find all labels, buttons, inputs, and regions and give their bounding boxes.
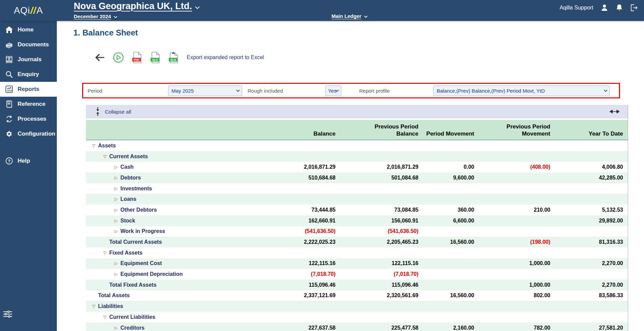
svg-text:XLS: XLS <box>152 58 158 62</box>
export-pdf-button[interactable]: PDF <box>132 52 142 63</box>
collapse-row-icon[interactable]: ▽ <box>89 304 98 309</box>
sidebar-item-reports[interactable]: Reports <box>0 82 57 97</box>
row-label[interactable]: Assets <box>98 143 116 149</box>
sidebar-item-processes[interactable]: Processes <box>0 112 57 126</box>
cell-value: 9,600.00 <box>423 175 479 181</box>
user-profile-icon[interactable] <box>600 3 609 12</box>
expand-row-icon[interactable]: ▷ <box>112 272 120 277</box>
enquiry-icon <box>5 71 13 78</box>
aqilla-logo[interactable]: AQi//A <box>0 0 57 21</box>
notifications-bell-icon[interactable] <box>616 4 623 12</box>
table-row: ▽Fixed Assets <box>86 247 628 258</box>
report-profile-select[interactable]: Balance,(Prev) Balance,(Prev) Period Mov… <box>433 86 610 96</box>
export-excel-button[interactable]: XLS <box>150 52 160 63</box>
processes-icon <box>5 115 13 123</box>
sidebar-item-home[interactable]: Home <box>0 22 57 37</box>
expand-row-icon[interactable]: ▷ <box>112 261 120 266</box>
cell-value: (408.00) <box>479 164 555 170</box>
cell-value: 2,222,025.23 <box>246 239 340 245</box>
accounting-period-selector[interactable]: December 2024 <box>74 14 117 19</box>
cell-value: (7,018.70) <box>340 271 423 277</box>
cell-value: 6,600.00 <box>423 218 479 224</box>
row-label[interactable]: Debtors <box>120 175 141 181</box>
cell-value: 1,000.00 <box>479 260 555 266</box>
run-report-button[interactable] <box>113 52 124 63</box>
cell-value: 83,586.33 <box>555 292 628 299</box>
back-button[interactable] <box>95 53 105 62</box>
row-label[interactable]: Loans <box>120 196 136 202</box>
app-window: AQi//A Nova Geographica UK, Ltd. Decembe… <box>0 0 644 331</box>
expand-row-icon[interactable]: ▷ <box>112 218 120 223</box>
cell-value: 210.00 <box>479 207 555 213</box>
cell-value: 501,084.68 <box>340 175 423 181</box>
cell-value: 227,637.58 <box>246 325 340 331</box>
table-row: ▷Equipment Cost122,115.16122,115.161,000… <box>86 258 628 269</box>
expand-row-icon[interactable]: ▷ <box>112 175 120 180</box>
row-label[interactable]: Creditors <box>120 325 144 331</box>
collapse-row-icon[interactable]: ▽ <box>100 154 109 159</box>
logout-icon[interactable] <box>630 4 638 12</box>
row-label[interactable]: Fixed Assets <box>109 250 142 256</box>
ledger-selector[interactable]: Main Ledger <box>331 13 368 19</box>
sidebar-item-reference[interactable]: Reference <box>0 97 57 112</box>
row-label[interactable]: Equipment Depreciation <box>120 271 183 277</box>
report-page: 1. Balance Sheet PDF XLS XLS Export expa… <box>57 21 644 331</box>
collapse-all-label[interactable]: Collapse all <box>105 109 131 115</box>
table-row: ▷Work in Progress(541,636.50)(541,636.50… <box>86 226 628 237</box>
expand-row-icon[interactable]: ▷ <box>112 326 120 330</box>
journals-icon <box>5 56 13 63</box>
row-label[interactable]: Current Liabilities <box>109 314 155 320</box>
row-label[interactable]: Total Current Assets <box>109 239 162 245</box>
cell-value: 2,205,465.23 <box>340 239 423 245</box>
cell-value: 115,096.46 <box>340 282 423 288</box>
accounting-period: December 2024 <box>74 14 111 19</box>
svg-text:XLS: XLS <box>170 58 176 62</box>
row-label[interactable]: Investments <box>120 186 152 192</box>
reports-icon <box>5 86 13 93</box>
export-expanded-excel-button[interactable]: XLS <box>168 52 179 63</box>
sidebar-item-documents[interactable]: Documents <box>0 37 57 52</box>
sidebar-item-help[interactable]: ? Help <box>0 153 57 168</box>
table-row: Total Current Assets2,222,025.232,205,46… <box>86 237 628 247</box>
preferences-sliders-icon[interactable] <box>3 310 13 320</box>
sidebar-item-configuration[interactable]: Configuration <box>0 126 57 141</box>
company-selector[interactable]: Nova Geographica UK, Ltd. <box>74 1 200 11</box>
row-label[interactable]: Cash <box>120 164 134 170</box>
row-label[interactable]: Total Assets <box>98 292 130 299</box>
collapse-row-icon[interactable]: ▽ <box>100 251 109 255</box>
row-label[interactable]: Stock <box>120 218 135 224</box>
row-label[interactable]: Equipment Cost <box>120 260 162 266</box>
expand-row-icon[interactable]: ▷ <box>112 186 120 191</box>
cell-value: 2,320,561.69 <box>340 292 423 299</box>
period-select[interactable]: May 2025 <box>168 86 242 96</box>
expand-columns-icon[interactable] <box>609 109 620 115</box>
cell-value: (541,636.50) <box>340 228 423 234</box>
chevron-down-icon <box>195 1 200 11</box>
sidebar-item-journals[interactable]: Journals <box>0 52 57 67</box>
sidebar-item-enquiry[interactable]: Enquiry <box>0 67 57 82</box>
collapse-all-icon[interactable] <box>95 107 100 116</box>
collapse-row-icon[interactable]: ▽ <box>100 315 109 320</box>
row-label[interactable]: Liabilities <box>98 303 123 309</box>
table-row: ▷Equipment Depreciation(7,018.70)(7,018.… <box>86 269 628 280</box>
expand-row-icon[interactable]: ▷ <box>112 165 120 169</box>
period-label: Period <box>88 88 168 94</box>
cell-value: 225,477.58 <box>340 325 423 331</box>
expand-row-icon[interactable]: ▷ <box>112 229 120 234</box>
table-row: ▷Investments <box>86 183 628 194</box>
row-label[interactable]: Current Assets <box>109 153 148 160</box>
row-label[interactable]: Total Fixed Assets <box>109 282 157 288</box>
expand-row-icon[interactable]: ▷ <box>112 197 120 202</box>
sidebar-item-label: Enquiry <box>18 71 39 78</box>
row-label[interactable]: Other Debtors <box>120 207 157 213</box>
cell-value: 122,115.16 <box>340 260 423 266</box>
row-label[interactable]: Work in Progress <box>120 228 165 234</box>
sidebar-item-label: Journals <box>18 56 42 63</box>
column-header <box>86 137 246 140</box>
table-row: Total Fixed Assets115,096.46115,096.461,… <box>86 280 628 290</box>
expand-row-icon[interactable]: ▷ <box>112 208 120 212</box>
cell-value: 115,096.46 <box>246 282 340 288</box>
rough-included-select[interactable]: Yes <box>325 86 341 96</box>
collapse-row-icon[interactable]: ▽ <box>89 143 98 148</box>
cell-value: 360.00 <box>423 207 479 213</box>
